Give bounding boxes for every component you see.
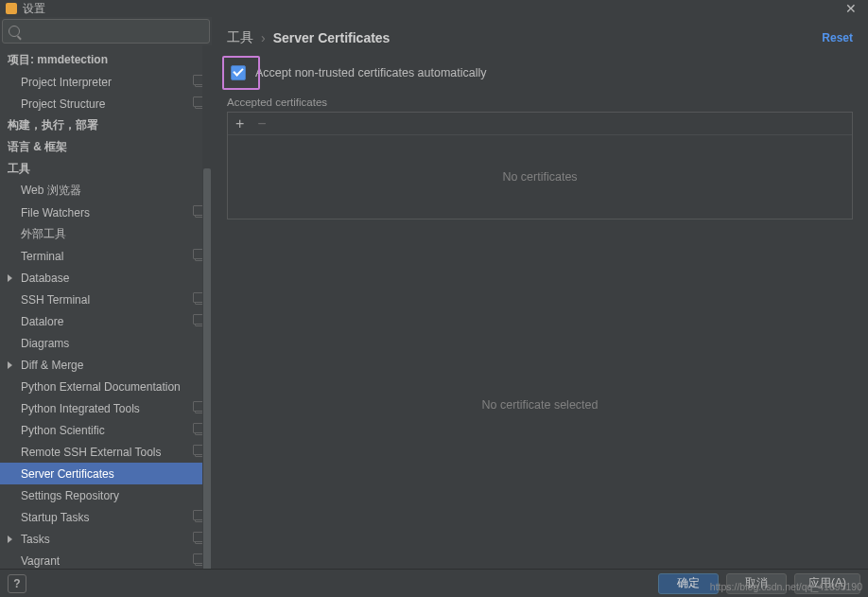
accept-untrusted-row[interactable]: Accept non-trusted certificates automati… (227, 61, 853, 85)
ok-button[interactable]: 确定 (658, 573, 719, 594)
sidebar-item-tools-14[interactable]: Settings Repository (0, 484, 212, 506)
sidebar-item-tools-15[interactable]: Startup Tasks (0, 506, 212, 528)
tree-item-label: SSH Terminal (21, 293, 191, 307)
sidebar-item-tools-2[interactable]: 外部工具 (0, 223, 212, 245)
chevron-right-icon (8, 361, 12, 369)
tree-item-label: 语言 & 框架 (8, 139, 206, 155)
close-icon[interactable]: ✕ (840, 1, 862, 16)
help-button[interactable]: ? (8, 574, 26, 593)
tree-item-label: 工具 (8, 161, 206, 177)
sidebar-cat-tools[interactable]: 工具 (0, 158, 212, 180)
sidebar-item-tools-4[interactable]: Database (0, 267, 212, 289)
window-title: 设置 (23, 1, 45, 17)
chevron-right-icon (8, 536, 12, 543)
sidebar-item-tools-16[interactable]: Tasks (0, 528, 212, 550)
sidebar-item-tools-0[interactable]: Web 浏览器 (0, 180, 212, 202)
sidebar-cat-build[interactable]: 构建，执行，部署 (0, 114, 212, 136)
sidebar-item-tools-10[interactable]: Python Integrated Tools (0, 397, 212, 419)
tree-item-label: Project Interpreter (21, 76, 191, 89)
breadcrumb-parent[interactable]: 工具 (227, 29, 253, 46)
tree-item-label: Vagrant (21, 554, 191, 568)
accept-untrusted-checkbox[interactable] (231, 65, 246, 80)
tree-item-label: Python Scientific (21, 424, 191, 437)
search-input[interactable] (24, 25, 203, 38)
app-icon (6, 3, 17, 14)
apply-button[interactable]: 应用(A) (794, 573, 860, 594)
sidebar-item-project-0[interactable]: Project Interpreter (0, 71, 212, 93)
settings-tree: 项目: mmdetectionProject InterpreterProjec… (0, 45, 212, 575)
tree-item-label: Database (21, 272, 206, 285)
sidebar-cat-project[interactable]: 项目: mmdetection (0, 49, 212, 71)
content-pane: 工具 › Server Certificates Reset Accept no… (212, 17, 868, 575)
sidebar-item-tools-5[interactable]: SSH Terminal (0, 289, 212, 310)
chevron-right-icon (8, 274, 12, 282)
tree-item-label: Web 浏览器 (21, 183, 206, 199)
tree-item-label: Python Integrated Tools (21, 402, 191, 415)
accept-untrusted-label: Accept non-trusted certificates automati… (255, 66, 487, 79)
sidebar: 项目: mmdetectionProject InterpreterProjec… (0, 17, 212, 575)
sidebar-item-tools-12[interactable]: Remote SSH External Tools (0, 441, 212, 463)
scroll-thumb[interactable] (203, 168, 211, 580)
sidebar-item-tools-8[interactable]: Diff & Merge (0, 354, 212, 376)
sidebar-item-tools-6[interactable]: Datalore (0, 310, 212, 332)
tree-item-label: Project Structure (21, 97, 191, 111)
certs-toolbar: + − (228, 113, 852, 135)
chevron-right-icon: › (261, 30, 266, 45)
tree-item-label: Python External Documentation (21, 380, 206, 394)
tree-item-label: Startup Tasks (21, 511, 191, 524)
titlebar: 设置 ✕ (0, 0, 868, 17)
breadcrumb-current: Server Certificates (273, 30, 391, 45)
cert-detail-empty: No certificate selected (227, 235, 853, 575)
tree-item-label: Diagrams (21, 337, 206, 350)
remove-cert-button: − (257, 116, 266, 132)
tree-item-label: File Watchers (21, 206, 191, 219)
tree-item-label: 项目: mmdetection (8, 52, 206, 68)
tree-item-label: Remote SSH External Tools (21, 446, 191, 459)
tree-item-label: Server Certificates (21, 467, 206, 481)
add-cert-button[interactable]: + (235, 116, 244, 132)
sidebar-item-tools-1[interactable]: File Watchers (0, 202, 212, 223)
tree-item-label: Settings Repository (21, 489, 206, 502)
sidebar-scrollbar[interactable] (202, 45, 212, 585)
search-box[interactable] (2, 19, 210, 44)
tree-item-label: 外部工具 (21, 226, 206, 242)
search-icon (9, 26, 20, 37)
sidebar-item-tools-13[interactable]: Server Certificates (0, 463, 212, 484)
dialog-footer: ? 确定 取消 应用(A) (0, 569, 868, 597)
tree-item-label: Tasks (21, 533, 191, 546)
breadcrumb: 工具 › Server Certificates Reset (227, 26, 853, 49)
tree-item-label: Datalore (21, 315, 191, 328)
tree-item-label: Terminal (21, 250, 191, 263)
reset-link[interactable]: Reset (822, 31, 853, 44)
sidebar-cat-lang[interactable]: 语言 & 框架 (0, 136, 212, 158)
sidebar-item-tools-7[interactable]: Diagrams (0, 332, 212, 354)
sidebar-item-tools-3[interactable]: Terminal (0, 245, 212, 267)
tree-item-label: Diff & Merge (21, 359, 206, 372)
sidebar-item-project-1[interactable]: Project Structure (0, 93, 212, 114)
accepted-certs-label: Accepted certificates (227, 97, 853, 108)
sidebar-item-tools-9[interactable]: Python External Documentation (0, 376, 212, 397)
certs-empty-text: No certificates (228, 135, 852, 219)
tree-item-label: 构建，执行，部署 (8, 117, 206, 133)
sidebar-item-tools-11[interactable]: Python Scientific (0, 419, 212, 441)
accepted-certs-panel: + − No certificates (227, 112, 853, 219)
cancel-button[interactable]: 取消 (726, 573, 787, 594)
